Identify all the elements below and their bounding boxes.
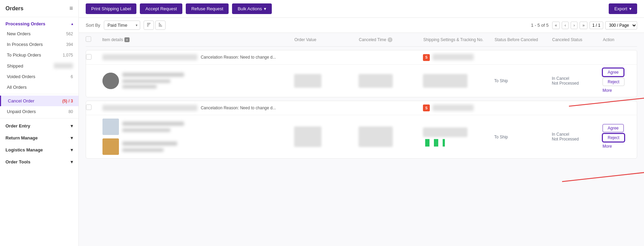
order-top-row-1: blurred Cancelation Reason: Need to chan… bbox=[86, 50, 637, 65]
sort-bar: Sort By Paid Time Order Time Amount ▾ bbox=[79, 18, 644, 33]
order-2-more-button[interactable]: More bbox=[603, 143, 612, 149]
svg-rect-7 bbox=[102, 119, 119, 135]
unpaid-orders-label: Unpaid Orders bbox=[7, 109, 36, 114]
page-input[interactable] bbox=[590, 22, 603, 29]
chevron-down-icon-bulk: ▾ bbox=[264, 6, 266, 11]
pagination: 1 - 5 of 5 « ‹ › » 300 / Page 100 / Page… bbox=[531, 21, 637, 29]
th-item-details: Item details + bbox=[102, 37, 292, 42]
sort-by-label: Sort By bbox=[86, 23, 100, 28]
sidebar-group-logistics-manage[interactable]: Logistics Manage ▾ bbox=[0, 144, 78, 156]
voided-orders-label: Voided Orders bbox=[7, 74, 35, 79]
sidebar-item-unpaid-orders[interactable]: Unpaid Orders 80 bbox=[0, 106, 78, 117]
canceled-time-info-icon[interactable]: i bbox=[388, 37, 392, 42]
sidebar-item-cancel-order[interactable]: Cancel Order (5) / 3 bbox=[0, 96, 78, 106]
sort-icons bbox=[144, 21, 166, 30]
sidebar-item-voided-orders[interactable]: Voided Orders 6 bbox=[0, 71, 78, 82]
to-pickup-orders-badge: 1,075 bbox=[63, 53, 73, 58]
shipped-label: Shipped bbox=[7, 63, 23, 69]
sort-asc-button[interactable] bbox=[144, 21, 154, 30]
sidebar: Orders ≡ Processing Orders ▴ New Orders … bbox=[0, 0, 79, 246]
first-page-button[interactable]: « bbox=[552, 22, 560, 29]
order-2-product-details-1: blurred blurred bbox=[122, 122, 184, 132]
th-plus-icon[interactable]: + bbox=[124, 37, 129, 42]
order-2-order-value bbox=[294, 126, 321, 147]
logistics-manage-label: Logistics Manage bbox=[5, 147, 43, 152]
svg-point-6 bbox=[102, 73, 119, 89]
barcode-icon: ▐▌▐▌▐ bbox=[423, 139, 445, 146]
shopee-icon-1: S bbox=[423, 54, 430, 61]
order-2-checkbox[interactable] bbox=[86, 104, 92, 110]
th-checkbox[interactable] bbox=[86, 36, 99, 43]
chevron-down-icon-4: ▾ bbox=[71, 159, 73, 164]
order-block-2: blurred Cancelation Reason: Need to chan… bbox=[86, 101, 637, 159]
sidebar-item-new-orders[interactable]: New Orders 562 bbox=[0, 28, 78, 39]
order-1-order-value bbox=[294, 74, 321, 88]
page-size-select[interactable]: 300 / Page 100 / Page 50 / Page bbox=[605, 21, 637, 29]
accept-request-button[interactable]: Accept Request bbox=[140, 3, 182, 14]
sidebar-title: Orders bbox=[5, 5, 23, 12]
table-area: Item details + Order Value Canceled Time… bbox=[79, 33, 644, 246]
main-content: Print Shipping Label Accept Request Refu… bbox=[79, 0, 644, 246]
order-2-shipping-top: S blurred bbox=[423, 104, 491, 112]
export-button[interactable]: Export ▾ bbox=[609, 3, 637, 14]
order-2-product-info: blurred blurred blurred blurred bbox=[102, 119, 291, 155]
sidebar-item-in-process-orders[interactable]: In Process Orders 394 bbox=[0, 39, 78, 50]
refuse-request-button[interactable]: Refuse Request bbox=[186, 3, 229, 14]
sidebar-section-processing-orders[interactable]: Processing Orders ▴ bbox=[0, 17, 78, 28]
sort-select-wrapper[interactable]: Paid Time Order Time Amount ▾ bbox=[104, 21, 140, 30]
order-1-agree-button[interactable]: Agree bbox=[603, 68, 624, 76]
order-1-reject-button[interactable]: Reject bbox=[603, 78, 624, 86]
in-process-orders-badge: 394 bbox=[66, 42, 73, 47]
table-header: Item details + Order Value Canceled Time… bbox=[86, 33, 637, 47]
th-action: Action bbox=[603, 37, 637, 42]
new-orders-badge: 562 bbox=[66, 32, 73, 36]
return-manage-label: Return Manage bbox=[5, 135, 38, 140]
order-block-1: blurred Cancelation Reason: Need to chan… bbox=[86, 50, 637, 97]
order-2-canceled-status: In Cancel Not Processed bbox=[552, 132, 600, 142]
order-1-product-image bbox=[102, 73, 119, 89]
chevron-down-icon-2: ▾ bbox=[71, 135, 73, 140]
prev-page-button[interactable]: ‹ bbox=[562, 22, 569, 29]
th-canceled-time: Canceled Time i bbox=[359, 37, 421, 42]
order-2-shipping-settings: ▐▌▐▌▐ bbox=[423, 127, 491, 146]
sidebar-divider-1 bbox=[0, 94, 78, 94]
shipped-badge: 000 bbox=[54, 63, 73, 69]
pagination-info: 1 - 5 of 5 bbox=[531, 23, 548, 28]
sidebar-header: Orders ≡ bbox=[0, 0, 78, 17]
sort-desc-button[interactable] bbox=[155, 21, 166, 30]
order-1-product-details: blurred blurred blurred bbox=[122, 73, 184, 88]
order-2-product-image-2 bbox=[102, 138, 119, 155]
select-all-checkbox[interactable] bbox=[86, 36, 91, 42]
order-2-reject-button[interactable]: Reject bbox=[603, 134, 624, 142]
next-page-button[interactable]: › bbox=[571, 22, 578, 29]
unpaid-orders-badge: 80 bbox=[69, 109, 73, 114]
th-status-before-canceled: Status Before Canceled bbox=[495, 37, 549, 42]
order-2-agree-button[interactable]: Agree bbox=[603, 124, 624, 132]
processing-orders-label: Processing Orders bbox=[5, 21, 45, 26]
svg-rect-8 bbox=[102, 138, 119, 155]
sidebar-divider-2 bbox=[0, 118, 78, 119]
new-orders-label: New Orders bbox=[7, 31, 31, 36]
toolbar: Print Shipping Label Accept Request Refu… bbox=[79, 0, 644, 18]
sidebar-item-to-pickup-orders[interactable]: To Pickup Orders 1,075 bbox=[0, 50, 78, 60]
all-orders-label: All Orders bbox=[7, 85, 27, 90]
sort-select[interactable]: Paid Time Order Time Amount bbox=[104, 21, 140, 30]
sidebar-group-order-tools[interactable]: Order Tools ▾ bbox=[0, 156, 78, 168]
sidebar-group-return-manage[interactable]: Return Manage ▾ bbox=[0, 132, 78, 144]
order-1-product-info: blurred blurred blurred bbox=[102, 73, 291, 89]
print-shipping-label-button[interactable]: Print Shipping Label bbox=[86, 3, 136, 14]
sidebar-item-shipped[interactable]: Shipped 000 bbox=[0, 60, 78, 71]
chevron-down-icon-3: ▾ bbox=[71, 147, 73, 152]
bulk-actions-button[interactable]: Bulk Actions ▾ bbox=[232, 3, 272, 14]
sidebar-group-order-entry[interactable]: Order Entry ▾ bbox=[0, 120, 78, 132]
order-2-canceled-time bbox=[359, 126, 393, 147]
sidebar-item-all-orders[interactable]: All Orders bbox=[0, 82, 78, 93]
menu-icon[interactable]: ≡ bbox=[69, 5, 73, 12]
order-1-checkbox[interactable] bbox=[86, 54, 92, 60]
order-1-status-before-canceled: To Ship bbox=[494, 78, 549, 83]
order-1-more-button[interactable]: More bbox=[603, 87, 612, 94]
order-1-shipping-top: S blurred bbox=[423, 54, 491, 61]
order-tools-label: Order Tools bbox=[5, 159, 31, 164]
last-page-button[interactable]: » bbox=[580, 22, 587, 29]
order-2-action-buttons: Agree Reject More bbox=[603, 124, 637, 149]
